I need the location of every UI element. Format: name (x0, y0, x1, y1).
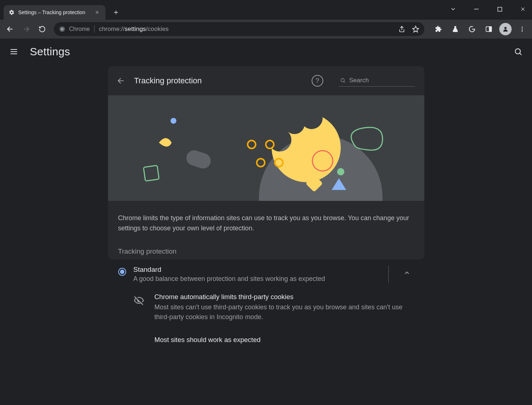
svg-rect-20 (143, 166, 159, 181)
option-standard[interactable]: Standard A good balance between protecti… (108, 258, 424, 289)
url-text: chrome://settings/cookies (99, 25, 169, 33)
google-icon[interactable] (466, 23, 478, 35)
svg-point-19 (171, 118, 176, 124)
search-settings-button[interactable] (511, 44, 525, 59)
minimize-button[interactable] (471, 4, 482, 15)
chrome-logo-icon (59, 26, 65, 32)
menu-icon[interactable] (516, 23, 528, 35)
content-area[interactable]: Tracking protection ? (0, 65, 532, 405)
svg-point-14 (257, 159, 265, 167)
hamburger-menu-button[interactable] (7, 44, 21, 59)
labs-icon[interactable] (449, 23, 461, 35)
option-subtitle: A good balance between protection and si… (133, 275, 377, 283)
detail-title: Most sites should work as expected (155, 336, 414, 344)
svg-point-7 (522, 29, 523, 30)
option-text: Standard A good balance between protecti… (133, 266, 377, 283)
search-icon (340, 77, 346, 84)
side-panel-icon[interactable] (483, 23, 495, 35)
section-label: Tracking protection (108, 237, 424, 258)
page-back-button[interactable] (115, 74, 128, 87)
browser-toolbar: Chrome chrome://settings/cookies (0, 20, 532, 39)
visibility-off-icon (133, 295, 145, 307)
settings-card: Tracking protection ? (108, 66, 424, 259)
profile-icon[interactable] (499, 23, 512, 35)
maximize-button[interactable] (494, 4, 505, 15)
divider (388, 266, 389, 283)
detail-subtitle: Most sites can't use third-party cookies… (155, 302, 414, 322)
gear-icon (9, 9, 15, 15)
detail-title: Chrome automatically limits third-party … (155, 293, 414, 301)
forward-button[interactable] (20, 23, 33, 36)
svg-point-2 (61, 28, 64, 31)
new-tab-button[interactable] (110, 6, 122, 19)
chip-label: Chrome (69, 26, 90, 32)
page-description: Chrome limits the type of information si… (108, 201, 424, 237)
page-search[interactable] (339, 75, 415, 87)
svg-point-17 (337, 168, 344, 175)
collapse-button[interactable] (400, 266, 414, 280)
divider (94, 25, 95, 33)
svg-point-6 (522, 27, 523, 28)
settings-title: Settings (30, 45, 70, 58)
radio-standard[interactable] (118, 268, 126, 276)
svg-rect-0 (497, 7, 501, 11)
chevron-down-icon[interactable] (448, 4, 459, 15)
page-title: Tracking protection (134, 76, 202, 86)
help-icon[interactable]: ? (312, 75, 323, 87)
svg-point-8 (522, 31, 523, 32)
reload-button[interactable] (36, 23, 49, 36)
svg-point-10 (341, 78, 344, 82)
back-button[interactable] (4, 23, 17, 36)
window-controls (448, 4, 532, 20)
card-header: Tracking protection ? (108, 66, 424, 95)
settings-header: Settings (0, 39, 532, 65)
share-icon[interactable] (398, 25, 405, 33)
option-title: Standard (133, 266, 377, 274)
extensions-icon[interactable] (432, 23, 445, 35)
address-bar[interactable]: Chrome chrome://settings/cookies (54, 22, 424, 36)
svg-point-13 (266, 140, 274, 148)
site-chip[interactable]: Chrome (59, 26, 90, 32)
page-search-input[interactable] (349, 77, 415, 84)
close-tab-button[interactable] (94, 9, 100, 16)
checkmark-icon (133, 338, 145, 350)
detail-row-sites: Most sites should work as expected (108, 326, 424, 353)
illustration-banner (108, 95, 424, 201)
detail-row-cookies: Chrome automatically limits third-party … (108, 289, 424, 326)
browser-tab[interactable]: Settings – Tracking protection (4, 5, 105, 20)
tab-title: Settings – Tracking protection (18, 9, 85, 15)
svg-point-5 (504, 27, 507, 29)
titlebar: Settings – Tracking protection (0, 0, 532, 20)
svg-rect-21 (184, 148, 213, 171)
svg-rect-4 (489, 27, 492, 31)
bookmark-icon[interactable] (412, 25, 419, 33)
svg-point-9 (515, 49, 520, 54)
svg-point-12 (248, 140, 256, 148)
close-window-button[interactable] (517, 4, 528, 15)
